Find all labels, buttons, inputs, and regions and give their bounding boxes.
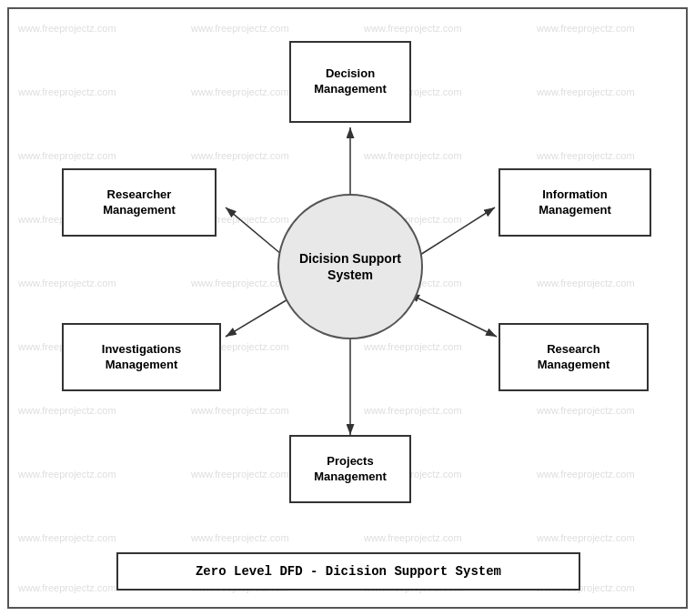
information-management-box: InformationManagement [499, 168, 651, 237]
research-management-label: ResearchManagement [538, 342, 609, 373]
watermark: www.freeprojectz.com [18, 86, 116, 97]
watermark: www.freeprojectz.com [191, 405, 289, 416]
watermark: www.freeprojectz.com [537, 150, 635, 161]
watermark: www.freeprojectz.com [18, 278, 116, 288]
diagram-container: www.freeprojectz.com www.freeprojectz.co… [7, 7, 688, 609]
watermark: www.freeprojectz.com [18, 23, 116, 34]
researcher-management-box: ResearcherManagement [62, 168, 217, 237]
watermark: www.freeprojectz.com [18, 405, 116, 416]
watermark: www.freeprojectz.com [537, 86, 635, 97]
watermark: www.freeprojectz.com [18, 150, 116, 161]
watermark: www.freeprojectz.com [537, 23, 635, 34]
watermark: www.freeprojectz.com [18, 469, 116, 480]
decision-management-label: DecisionManagement [314, 66, 386, 97]
watermark: www.freeprojectz.com [191, 86, 289, 97]
watermark: www.freeprojectz.com [537, 469, 635, 480]
information-management-label: InformationManagement [539, 187, 610, 218]
center-circle-label: Dicision Support System [279, 250, 421, 283]
watermark: www.freeprojectz.com [191, 23, 289, 34]
center-circle: Dicision Support System [277, 194, 423, 339]
watermark: www.freeprojectz.com [537, 532, 635, 543]
investigations-management-box: InvestigationsManagement [62, 323, 221, 391]
projects-management-label: ProjectsManagement [314, 454, 386, 485]
title-label: Zero Level DFD - Dicision Support System [196, 564, 501, 579]
watermark: www.freeprojectz.com [191, 532, 289, 543]
title-box: Zero Level DFD - Dicision Support System [116, 552, 580, 591]
svg-line-4 [420, 207, 495, 255]
watermark: www.freeprojectz.com [537, 278, 635, 288]
watermark: www.freeprojectz.com [364, 341, 462, 352]
svg-line-5 [226, 298, 289, 337]
decision-management-box: DecisionManagement [289, 41, 411, 123]
research-management-box: ResearchManagement [499, 323, 649, 391]
watermark: www.freeprojectz.com [537, 405, 635, 416]
watermark: www.freeprojectz.com [364, 405, 462, 416]
watermark: www.freeprojectz.com [191, 278, 289, 288]
watermark: www.freeprojectz.com [364, 150, 462, 161]
projects-management-box: ProjectsManagement [289, 435, 411, 503]
svg-line-3 [226, 207, 282, 255]
investigations-management-label: InvestigationsManagement [102, 342, 181, 373]
watermark: www.freeprojectz.com [18, 582, 116, 593]
svg-line-6 [418, 298, 497, 337]
watermark: www.freeprojectz.com [364, 532, 462, 543]
watermark: www.freeprojectz.com [191, 150, 289, 161]
watermark: www.freeprojectz.com [364, 23, 462, 34]
watermark: www.freeprojectz.com [191, 469, 289, 480]
watermark: www.freeprojectz.com [18, 532, 116, 543]
researcher-management-label: ResearcherManagement [103, 187, 175, 218]
